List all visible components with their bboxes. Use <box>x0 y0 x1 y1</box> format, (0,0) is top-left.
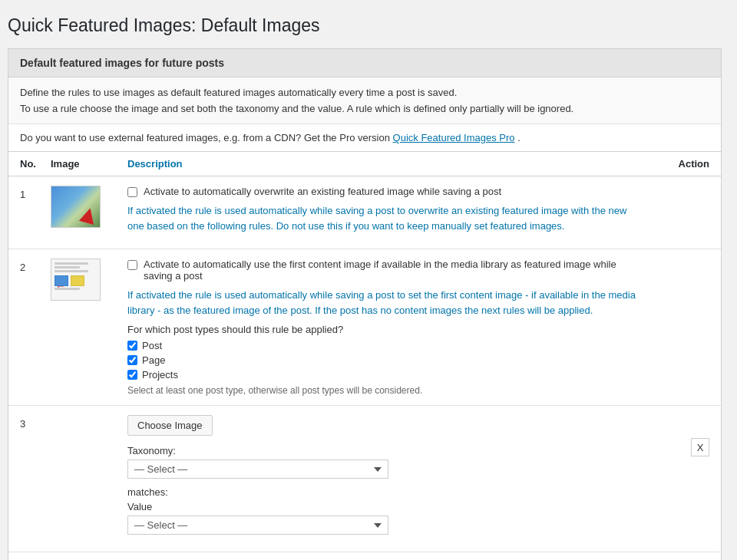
taxonomy-label: Taxonomy: <box>127 445 640 456</box>
choose-image-button[interactable]: Choose Image <box>127 415 213 436</box>
row-1-image-thumb <box>51 186 101 228</box>
row-2-image: ← <box>51 259 127 301</box>
row-2-desc-text: If activated the rule is used automatica… <box>127 288 640 318</box>
table-footer: No. Image Description Action <box>8 552 721 560</box>
post-type-page-label: Page <box>142 354 165 366</box>
post-type-post: Post <box>127 340 640 351</box>
post-type-projects-label: Projects <box>142 369 178 380</box>
row-1-image <box>51 186 127 228</box>
value-select[interactable]: — Select — <box>127 516 388 535</box>
post-type-projects: Projects <box>127 369 640 380</box>
doc-img-thumb <box>71 275 84 286</box>
header-description: Description <box>127 158 648 170</box>
delete-rule-button[interactable]: X <box>691 438 709 456</box>
row-1-desc: Activate to automatically overwrite an e… <box>127 186 648 239</box>
doc-arrow-icon: ← <box>55 280 66 292</box>
row-2-checkbox-label: Activate to automatically use the first … <box>144 259 640 282</box>
row-1-desc-text: If activated the rule is used automatica… <box>127 203 640 233</box>
main-container: Default featured images for future posts… <box>8 48 722 560</box>
cdn-notice: Do you want to use external featured ima… <box>8 124 721 152</box>
post-type-page: Page <box>127 354 640 366</box>
taxonomy-field-group: Taxonomy: — Select — <box>127 445 640 479</box>
row-2-image-thumb: ← <box>51 259 101 301</box>
table-row: 3 Choose Image Taxonomy: — Select — matc… <box>8 406 721 552</box>
post-type-projects-checkbox[interactable] <box>127 370 137 380</box>
row-3-desc: Choose Image Taxonomy: — Select — matche… <box>127 415 648 542</box>
info-line-1: Define the rules to use images as defaul… <box>20 87 709 98</box>
post-types-note: Select at least one post type, otherwise… <box>127 385 640 396</box>
row-3-action: X <box>648 415 709 456</box>
cdn-link[interactable]: Quick Featured Images Pro <box>393 132 515 143</box>
value-field-group: Value — Select — <box>127 501 640 535</box>
taxonomy-select[interactable]: — Select — <box>127 460 388 479</box>
table-header: No. Image Description Action <box>8 152 721 176</box>
row-1-number: 1 <box>20 186 51 200</box>
header-no: No. <box>20 158 51 170</box>
post-type-page-checkbox[interactable] <box>127 355 137 365</box>
cdn-suffix: . <box>517 132 521 143</box>
info-box: Define the rules to use images as defaul… <box>8 77 721 124</box>
row-1-checkbox-label: Activate to automatically overwrite an e… <box>144 186 501 197</box>
matches-label: matches: <box>127 486 640 498</box>
doc-line <box>55 262 88 265</box>
info-line-2: To use a rule choose the image and set b… <box>20 103 709 114</box>
row-2-checkbox-row: Activate to automatically use the first … <box>127 259 640 282</box>
page-title: Quick Featured Images: Default Images <box>8 15 722 36</box>
cdn-text: Do you want to use external featured ima… <box>20 132 393 143</box>
header-image: Image <box>51 158 127 170</box>
doc-line <box>55 266 80 268</box>
doc-line <box>55 270 88 272</box>
row-2-number: 2 <box>20 259 51 273</box>
post-type-post-label: Post <box>142 340 162 351</box>
row-2-activate-checkbox[interactable] <box>127 260 137 270</box>
header-action: Action <box>648 158 709 170</box>
row-2-desc: Activate to automatically use the first … <box>127 259 648 396</box>
table-row: 2 ← Activate to automatical <box>8 249 721 406</box>
post-types-question: For which post types should this rule be… <box>127 324 640 335</box>
row-1-checkbox-row: Activate to automatically overwrite an e… <box>127 186 640 197</box>
section-header: Default featured images for future posts <box>8 49 721 77</box>
row-3-number: 3 <box>20 415 51 430</box>
row-1-activate-checkbox[interactable] <box>127 187 137 197</box>
post-type-post-checkbox[interactable] <box>127 341 137 351</box>
value-label: Value <box>127 501 640 512</box>
table-row: 1 Activate to automatically overwrite an… <box>8 176 721 249</box>
